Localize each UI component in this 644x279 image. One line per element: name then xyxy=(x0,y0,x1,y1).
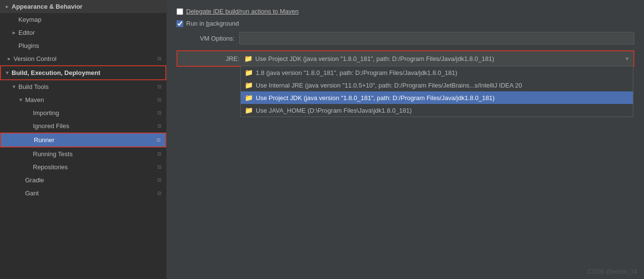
sidebar-item-appearance[interactable]: Appearance & Behavior xyxy=(0,0,166,13)
delegate-row: Delegate IDE build/run actions to Maven xyxy=(176,8,634,15)
sidebar-item-ignored-files[interactable]: Ignored Files ⧉ xyxy=(0,119,166,132)
sidebar-item-label: Editor xyxy=(18,29,35,36)
sidebar-item-editor[interactable]: Editor xyxy=(0,26,166,39)
vm-options-label: VM Options: xyxy=(176,35,239,42)
arrow-icon xyxy=(4,70,11,75)
sidebar-item-gradle[interactable]: Gradle ⧉ xyxy=(0,174,166,187)
sidebar-item-label: Build Tools xyxy=(18,83,49,90)
sidebar-item-label: Gradle xyxy=(25,176,44,184)
jre-option-1-label: 1.8 (java version "1.8.0_181", path: D:/… xyxy=(256,69,457,76)
run-background-row: Run in background xyxy=(176,20,634,27)
jre-option-4-label: Use JAVA_HOME (D:\Program Files\Java\jdk… xyxy=(256,107,411,114)
sidebar-item-label: Version Control xyxy=(14,55,57,62)
sidebar-item-running-tests[interactable]: Running Tests ⧉ xyxy=(0,147,166,161)
jre-dropdown-list: 📁 1.8 (java version "1.8.0_181", path: D… xyxy=(240,66,633,117)
sidebar-item-build-exec-deploy[interactable]: Build, Execution, Deployment xyxy=(0,65,166,80)
sidebar-item-label: Importing xyxy=(33,109,59,117)
jre-option-1[interactable]: 📁 1.8 (java version "1.8.0_181", path: D… xyxy=(241,66,633,79)
folder-icon: 📁 xyxy=(245,81,253,89)
delegate-checkbox-wrap[interactable]: Delegate IDE build/run actions to Maven xyxy=(176,8,299,15)
main-panel: Delegate IDE build/run actions to Maven … xyxy=(167,0,644,279)
arrow-icon xyxy=(11,84,17,89)
sidebar-item-label: Appearance & Behavior xyxy=(12,3,83,10)
jre-option-3[interactable]: 📁 Use Project JDK (java version "1.8.0_1… xyxy=(241,91,633,104)
copy-icon: ⧉ xyxy=(158,164,161,170)
arrow-icon xyxy=(11,30,17,35)
jre-row: JRE: 📁 Use Project JDK (java version "1.… xyxy=(177,51,633,66)
jre-label: JRE: xyxy=(181,55,244,62)
sidebar-item-label: Repositories xyxy=(33,163,68,171)
copy-icon: ⧉ xyxy=(158,123,161,129)
copy-icon: ⧉ xyxy=(157,137,161,143)
copy-icon: ⧉ xyxy=(158,97,161,103)
folder-icon: 📁 xyxy=(245,106,253,114)
sidebar-item-label: Maven xyxy=(25,96,44,103)
sidebar-item-label: Build, Execution, Deployment xyxy=(12,69,100,76)
run-background-wrap[interactable]: Run in background xyxy=(176,20,239,27)
jre-dropdown[interactable]: 📁 Use Project JDK (java version "1.8.0_1… xyxy=(244,55,629,62)
watermark: CSDN @weixin_74 xyxy=(587,268,637,275)
sidebar-item-keymap[interactable]: Keymap xyxy=(0,13,166,26)
sidebar-item-build-tools[interactable]: Build Tools ⧉ xyxy=(0,80,166,93)
sidebar-item-importing[interactable]: Importing ⧉ xyxy=(0,106,166,119)
delegate-checkbox[interactable] xyxy=(176,8,183,15)
sidebar-item-version-control[interactable]: Version Control ⧉ xyxy=(0,52,166,65)
copy-icon: ⧉ xyxy=(158,190,161,196)
jre-option-4[interactable]: 📁 Use JAVA_HOME (D:\Program Files\Java\j… xyxy=(241,104,633,117)
copy-icon: ⧉ xyxy=(158,151,161,157)
sidebar-item-label: Ignored Files xyxy=(33,122,69,130)
sidebar-item-runner[interactable]: Runner ⧉ xyxy=(0,132,166,147)
sidebar: Appearance & Behavior Keymap Editor Plug… xyxy=(0,0,167,279)
arrow-icon xyxy=(4,4,11,9)
sidebar-item-label: Keymap xyxy=(18,16,42,23)
run-background-checkbox[interactable] xyxy=(176,20,183,27)
folder-icon: 📁 xyxy=(244,55,252,62)
sidebar-item-label: Gant xyxy=(25,190,39,197)
sidebar-item-label: Running Tests xyxy=(33,150,73,158)
sidebar-item-label: Plugins xyxy=(18,42,39,49)
run-background-label: Run in background xyxy=(186,20,239,27)
copy-icon: ⧉ xyxy=(158,84,161,90)
folder-icon: 📁 xyxy=(245,94,253,102)
folder-icon: 📁 xyxy=(245,69,253,76)
jre-option-2-label: Use Internal JRE (java version "11.0.5+1… xyxy=(256,82,522,89)
arrow-icon xyxy=(17,97,24,103)
copy-icon: ⧉ xyxy=(158,110,161,116)
dropdown-arrow-icon: ▼ xyxy=(625,56,629,61)
jre-option-3-label: Use Project JDK (java version "1.8.0_181… xyxy=(256,94,495,102)
delegate-label: Delegate IDE build/run actions to Maven xyxy=(186,8,299,15)
jre-selected-value: Use Project JDK (java version "1.8.0_181… xyxy=(255,55,494,62)
jre-option-2[interactable]: 📁 Use Internal JRE (java version "11.0.5… xyxy=(241,79,633,91)
vm-options-row: VM Options: xyxy=(176,32,634,44)
sidebar-item-plugins[interactable]: Plugins xyxy=(0,39,166,52)
sidebar-item-gant[interactable]: Gant ⧉ xyxy=(0,187,166,200)
copy-icon: ⧉ xyxy=(158,177,161,183)
jre-section: JRE: 📁 Use Project JDK (java version "1.… xyxy=(176,50,634,67)
copy-icon: ⧉ xyxy=(158,56,161,62)
vm-options-input[interactable] xyxy=(239,32,634,44)
sidebar-item-repositories[interactable]: Repositories ⧉ xyxy=(0,161,166,174)
arrow-icon xyxy=(6,56,13,61)
sidebar-item-maven[interactable]: Maven ⧉ xyxy=(0,93,166,106)
sidebar-item-label: Runner xyxy=(34,136,55,144)
